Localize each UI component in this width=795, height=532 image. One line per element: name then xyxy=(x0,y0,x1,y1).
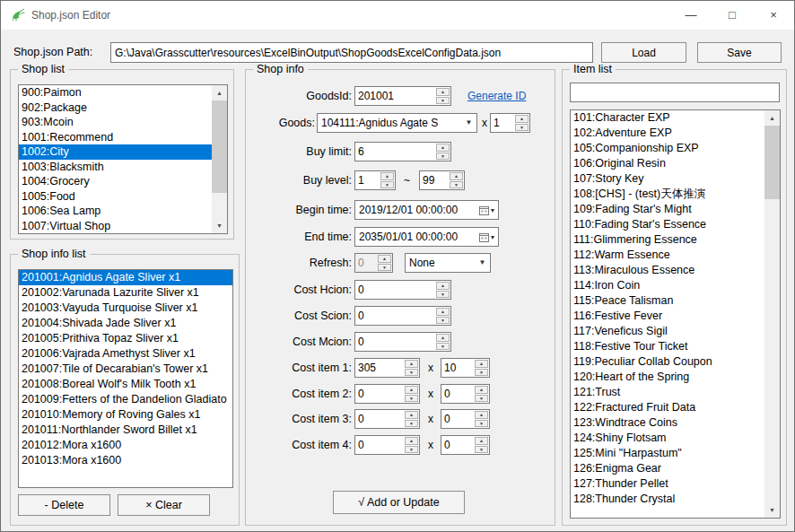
spin-up-icon[interactable]: ▲ xyxy=(405,437,418,445)
list-item[interactable]: 116:Festive Fever xyxy=(571,309,764,324)
list-item[interactable]: 117:Veneficus Sigil xyxy=(571,324,764,339)
cost-item-2-spinner[interactable]: 0 ▲▼ xyxy=(354,384,420,404)
spin-down-icon[interactable]: ▼ xyxy=(436,317,450,325)
spin-up-icon[interactable]: ▲ xyxy=(436,144,450,152)
goodsid-spinner[interactable]: 201001 ▲▼ xyxy=(354,86,451,106)
cost-scion-spinner[interactable]: 0 ▲▼ xyxy=(354,306,451,326)
spin-up-icon[interactable]: ▲ xyxy=(378,255,391,263)
cost-mcion-spinner[interactable]: 0 ▲▼ xyxy=(354,332,451,352)
list-item[interactable]: 201004:Shivada Jade Sliver x1 xyxy=(19,316,232,331)
spin-up-icon[interactable]: ▲ xyxy=(475,437,488,445)
list-item[interactable]: 1005:Food xyxy=(19,189,212,205)
list-item[interactable]: 114:Iron Coin xyxy=(571,278,764,293)
buy-level-max-spinner[interactable]: 99 ▲▼ xyxy=(419,170,465,190)
list-item[interactable]: 201012:Mora x1600 xyxy=(19,438,232,453)
spin-down-icon[interactable]: ▼ xyxy=(515,124,529,132)
list-item[interactable]: 109:Fading Star's Might xyxy=(571,202,764,217)
list-item[interactable]: 111:Glimmering Essence xyxy=(571,232,764,248)
list-item[interactable]: 201002:Varunada Lazurite Sliver x1 xyxy=(19,285,232,301)
cost-hcion-spinner[interactable]: 0 ▲▼ xyxy=(354,280,451,300)
cost-item-2-count-spinner[interactable]: 0 ▲▼ xyxy=(441,384,490,404)
list-item[interactable]: 120:Heart of the Spring xyxy=(571,370,764,385)
list-item[interactable]: 1001:Recommend xyxy=(19,130,212,145)
spin-up-icon[interactable]: ▲ xyxy=(475,411,488,419)
spin-down-icon[interactable]: ▼ xyxy=(405,420,418,428)
end-time-picker[interactable]: 2035/01/01 00:00:00 ▼ xyxy=(354,227,499,247)
list-item[interactable]: 1002:City xyxy=(19,144,212,160)
spin-down-icon[interactable]: ▼ xyxy=(475,446,488,454)
spin-down-icon[interactable]: ▼ xyxy=(378,264,391,272)
list-item[interactable]: 201001:Agnidus Agate Sliver x1 xyxy=(19,270,232,285)
spin-down-icon[interactable]: ▼ xyxy=(475,420,488,428)
load-button[interactable]: Load xyxy=(601,42,686,63)
spin-down-icon[interactable]: ▼ xyxy=(436,291,450,299)
end-time-dropdown[interactable]: ▼ xyxy=(476,228,498,246)
begin-time-dropdown[interactable]: ▼ xyxy=(476,201,498,219)
goods-combo[interactable]: 104111:Agnidus Agate S ▼ xyxy=(317,113,477,133)
spin-down-icon[interactable]: ▼ xyxy=(380,181,394,189)
list-item[interactable]: 902:Package xyxy=(19,100,212,116)
spin-up-icon[interactable]: ▲ xyxy=(475,360,488,368)
list-item[interactable]: 201009:Fetters of the Dandelion Gladiato xyxy=(19,392,232,407)
scroll-down-icon[interactable]: ▼ xyxy=(212,218,227,233)
titlebar[interactable]: Shop.json Editor — □ × xyxy=(1,1,794,30)
shop-list-scrollbar[interactable]: ▲ ▼ xyxy=(212,85,227,233)
spin-up-icon[interactable]: ▲ xyxy=(436,334,450,342)
spin-down-icon[interactable]: ▼ xyxy=(450,181,463,189)
goods-count-spinner[interactable]: 1 ▲▼ xyxy=(490,113,530,133)
shop-list[interactable]: ▲ ▼ 900:Paimon902:Package903:Mcoin1001:R… xyxy=(18,84,228,234)
list-item[interactable]: 125:Mini "Harpastum" xyxy=(571,446,764,461)
close-button[interactable]: × xyxy=(753,1,794,30)
cost-item-4-count-spinner[interactable]: 0 ▲▼ xyxy=(441,435,490,455)
minimize-button[interactable]: — xyxy=(670,1,712,30)
list-item[interactable]: 102:Adventure EXP xyxy=(571,126,764,141)
cost-item-3-count-spinner[interactable]: 0 ▲▼ xyxy=(441,409,490,429)
list-item[interactable]: 1006:Sea Lamp xyxy=(19,204,212,219)
spin-down-icon[interactable]: ▼ xyxy=(405,369,418,377)
spin-down-icon[interactable]: ▼ xyxy=(475,369,488,377)
clear-button[interactable]: × Clear xyxy=(118,494,210,516)
list-item[interactable]: 123:Windtrace Coins xyxy=(571,415,764,431)
list-item[interactable]: 119:Peculiar Collab Coupon xyxy=(571,354,764,370)
cost-item-3-spinner[interactable]: 0 ▲▼ xyxy=(354,409,420,429)
list-item[interactable]: 107:Story Key xyxy=(571,171,764,187)
spin-down-icon[interactable]: ▼ xyxy=(436,343,450,351)
spin-down-icon[interactable]: ▼ xyxy=(405,395,418,403)
scroll-thumb[interactable] xyxy=(212,100,227,193)
list-item[interactable]: 101:Character EXP xyxy=(571,110,764,126)
list-item[interactable]: 201006:Vajrada Amethyst Sliver x1 xyxy=(19,346,232,362)
list-item[interactable]: 105:Companionship EXP xyxy=(571,141,764,156)
scroll-up-icon[interactable]: ▲ xyxy=(212,85,227,100)
buy-level-min-spinner[interactable]: 1 ▲▼ xyxy=(354,170,396,190)
spin-up-icon[interactable]: ▲ xyxy=(380,172,394,180)
shop-info-list[interactable]: 201001:Agnidus Agate Sliver x1201002:Var… xyxy=(18,269,233,488)
maximize-button[interactable]: □ xyxy=(712,1,753,30)
list-item[interactable]: 201013:Mora x1600 xyxy=(19,453,232,468)
spin-down-icon[interactable]: ▼ xyxy=(475,395,488,403)
spin-up-icon[interactable]: ▲ xyxy=(405,386,418,394)
spin-up-icon[interactable]: ▲ xyxy=(436,308,450,316)
list-item[interactable]: 128:Thunder Crystal xyxy=(571,492,764,507)
scroll-up-icon[interactable]: ▲ xyxy=(764,110,780,126)
list-item[interactable]: 110:Fading Star's Essence xyxy=(571,217,764,232)
spin-up-icon[interactable]: ▲ xyxy=(436,282,450,290)
delete-button[interactable]: - Delete xyxy=(18,494,110,516)
list-item[interactable]: 1004:Grocery xyxy=(19,174,212,189)
list-item[interactable]: 900:Paimon xyxy=(19,85,212,100)
list-item[interactable]: 124:Shiny Flotsam xyxy=(571,431,764,446)
list-item[interactable]: 201011:Northlander Sword Billet x1 xyxy=(19,423,232,438)
list-item[interactable]: 1007:Virtual Shop xyxy=(19,219,212,234)
spin-up-icon[interactable]: ▲ xyxy=(515,115,529,123)
spin-up-icon[interactable]: ▲ xyxy=(450,172,463,180)
list-item[interactable]: 1003:Blacksmith xyxy=(19,160,212,175)
list-item[interactable]: 201005:Prithiva Topaz Sliver x1 xyxy=(19,331,232,346)
list-item[interactable]: 113:Miraculous Essence xyxy=(571,263,764,278)
cost-item-4-spinner[interactable]: 0 ▲▼ xyxy=(354,435,420,455)
list-item[interactable]: 108:[CHS] - (test)天体推演 xyxy=(571,187,764,202)
cost-item-1-count-spinner[interactable]: 10 ▲▼ xyxy=(441,358,490,378)
list-item[interactable]: 121:Trust xyxy=(571,385,764,400)
save-button[interactable]: Save xyxy=(697,42,782,63)
list-item[interactable]: 201007:Tile of Decarabian's Tower x1 xyxy=(19,362,232,377)
begin-time-picker[interactable]: 2019/12/01 00:00:00 ▼ xyxy=(354,200,499,220)
path-input[interactable] xyxy=(110,42,593,63)
